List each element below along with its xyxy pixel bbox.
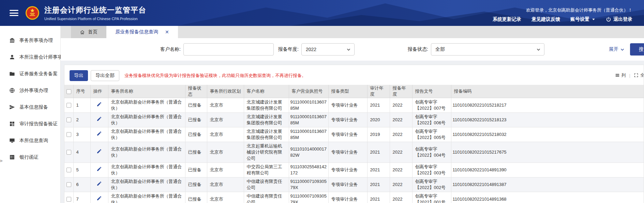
code-cell: 1101010820221015218123 bbox=[451, 112, 644, 127]
table-row: 7 北京创高助新会计师事务所（普通合伙） 已报备 北京市 中信建设有限责任公司 … bbox=[64, 192, 644, 203]
firm-cell: 北京创高助新会计师事务所（普通合伙） bbox=[108, 112, 185, 127]
edit-pencil-icon[interactable] bbox=[96, 131, 102, 136]
filing-year-select[interactable]: 2022 bbox=[301, 43, 355, 56]
expand-toggle[interactable]: 展开 bbox=[609, 46, 625, 52]
edit-pencil-icon[interactable] bbox=[96, 196, 102, 201]
row-checkbox[interactable] bbox=[66, 118, 71, 122]
op-cell bbox=[90, 177, 108, 192]
link-feedback[interactable]: 意见建议反馈 bbox=[531, 16, 560, 22]
license-cell: 91110000710930579X bbox=[289, 177, 328, 192]
code-cell: 1101010820221014891368 bbox=[451, 192, 644, 203]
sidebar-item[interactable]: 本所注册会计师事项... bbox=[0, 49, 60, 65]
tabbar: 首页 原业务报备信息查询 ✕ bbox=[61, 26, 644, 38]
firm-cell: 北京创高助新会计师事务所（普通合伙） bbox=[108, 98, 185, 112]
row-checkbox[interactable] bbox=[66, 168, 71, 172]
sidebar-item[interactable]: 证券服务业务备案 bbox=[0, 65, 60, 82]
col-select bbox=[64, 85, 73, 98]
region-cell: 北京市 bbox=[207, 192, 244, 203]
hamburger-menu-icon[interactable] bbox=[10, 9, 18, 18]
col-status: 报备状态 bbox=[185, 85, 207, 98]
audit-year-cell: 2021 bbox=[367, 142, 390, 162]
welcome-text: 欢迎登录，北京创高助新会计师事务所（普通合伙）！ bbox=[526, 7, 632, 13]
firm-cell: 北京创高助新会计师事务所（普通合伙） bbox=[108, 162, 185, 177]
search-button[interactable]: 搜索 bbox=[630, 43, 644, 56]
sidebar-item[interactable]: 涉外事项办理 bbox=[0, 82, 60, 99]
audit-year-cell: 2020 bbox=[367, 112, 390, 127]
row-select-cell bbox=[64, 162, 73, 177]
sidebar-item[interactable]: 本所信息查询 bbox=[0, 132, 60, 149]
region-cell: 北京市 bbox=[207, 162, 244, 177]
data-table: 序号 操作 事务所名称 报备状态 事务所行政区划 客户名称 客户营业执照号 报备… bbox=[64, 85, 644, 203]
fullscreen-tool[interactable]: 全屏 bbox=[634, 72, 644, 78]
close-icon[interactable]: ✕ bbox=[165, 29, 169, 35]
doc-no-cell: 创高专审字【2022】002号 bbox=[412, 177, 451, 192]
edit-pencil-icon[interactable] bbox=[96, 149, 102, 154]
seq-cell: 6 bbox=[73, 177, 90, 192]
chevron-down-icon bbox=[536, 47, 541, 52]
sidebar-item[interactable]: 基本信息报备 bbox=[0, 99, 60, 115]
license-cell: 91110000101360785M bbox=[289, 98, 328, 112]
seq-cell: 5 bbox=[73, 162, 90, 177]
edit-pencil-icon[interactable] bbox=[96, 166, 102, 172]
filing-year-cell: 2022 bbox=[390, 177, 412, 192]
link-logout[interactable]: 退出登录 bbox=[606, 16, 632, 22]
columns-tool[interactable]: 列 bbox=[615, 72, 626, 78]
link-system-updates[interactable]: 系统更新记录 bbox=[493, 16, 521, 22]
edit-pencil-icon[interactable] bbox=[96, 116, 102, 122]
status-cell: 已报备 bbox=[185, 112, 207, 127]
code-cell: 1101010820221015217675 bbox=[451, 142, 644, 162]
row-checkbox[interactable] bbox=[66, 197, 71, 202]
sidebar-item[interactable]: 审计报告报备验证 bbox=[0, 115, 60, 132]
sidebar-item[interactable]: 银行函证 bbox=[0, 149, 60, 166]
sidebar-collapse-handle[interactable]: ▶ bbox=[0, 159, 3, 162]
row-checkbox[interactable] bbox=[66, 150, 71, 155]
row-checkbox[interactable] bbox=[66, 103, 71, 108]
firm-cell: 北京创高助新会计师事务所（普通合伙） bbox=[108, 177, 185, 192]
client-cell: 中信建设有限责任公司 bbox=[244, 177, 289, 192]
grid-icon bbox=[9, 121, 15, 127]
type-cell: 专项审计业务 bbox=[328, 142, 367, 162]
table-row: 4 北京创高助新会计师事务所（普通合伙） 已报备 北京市 北京起重机运输机械设计… bbox=[64, 142, 644, 162]
filing-status-select[interactable]: 全部 bbox=[431, 43, 544, 56]
notice-text: 业务报备模块优化升级为审计报告报备验证模块，此功能只做历史数据查询，不再进行报备… bbox=[124, 73, 306, 79]
row-checkbox[interactable] bbox=[66, 132, 71, 137]
edit-pencil-icon[interactable] bbox=[96, 102, 102, 107]
tab-home[interactable]: 首页 bbox=[71, 26, 106, 38]
type-cell: 专项审计业务 bbox=[328, 98, 367, 112]
sidebar-item-label: 本所注册会计师事项... bbox=[19, 54, 66, 60]
tab-current[interactable]: 原业务报备信息查询 ✕ bbox=[106, 26, 178, 38]
filing-year-cell: 2022 bbox=[390, 98, 412, 112]
table-row: 2 北京创高助新会计师事务所（普通合伙） 已报备 北京市 北京城建设计发展集团股… bbox=[64, 112, 644, 127]
chevron-down-icon bbox=[346, 47, 351, 52]
tab-current-label: 原业务报备信息查询 bbox=[115, 29, 158, 35]
doc-no-cell: 创高专审字【2022】003号 bbox=[412, 162, 451, 177]
op-cell bbox=[90, 98, 108, 112]
table-header-row: 序号 操作 事务所名称 报备状态 事务所行政区划 客户名称 客户营业执照号 报备… bbox=[64, 85, 644, 98]
audit-year-cell: 2021 bbox=[367, 192, 390, 203]
license-cell: 91110101400001782W bbox=[289, 142, 328, 162]
select-all-checkbox[interactable] bbox=[66, 89, 71, 94]
user-icon bbox=[9, 54, 15, 60]
table-toolbar: 导出 导出全部 业务报备模块优化升级为审计报告报备验证模块，此功能只做历史数据查… bbox=[64, 65, 644, 85]
status-cell: 已报备 bbox=[185, 142, 207, 162]
edit-pencil-icon[interactable] bbox=[96, 181, 102, 186]
link-account-settings[interactable]: 账号设置 bbox=[570, 16, 596, 22]
type-cell: 专项审计业务 bbox=[328, 177, 367, 192]
table-panel: 导出 导出全部 业务报备模块优化升级为审计报告报备验证模块，此功能只做历史数据查… bbox=[64, 65, 644, 203]
type-cell: 专项审计业务 bbox=[328, 162, 367, 177]
power-icon bbox=[606, 17, 611, 22]
tab-home-label: 首页 bbox=[88, 29, 98, 35]
client-cell: 北京城建设计发展集团股份有限公司 bbox=[244, 98, 289, 112]
seq-cell: 2 bbox=[73, 112, 90, 127]
platform-subtitle: Unified Supervision Platform of Chinese … bbox=[44, 17, 146, 21]
sidebar-item[interactable]: 事务所事项办理 bbox=[0, 32, 60, 49]
client-cell: 北京城建设计发展集团股份有限公司 bbox=[244, 127, 289, 142]
filing-year-cell: 2022 bbox=[390, 162, 412, 177]
export-button[interactable]: 导出 bbox=[70, 70, 88, 81]
region-cell: 北京市 bbox=[207, 127, 244, 142]
export-all-button[interactable]: 导出全部 bbox=[91, 70, 119, 81]
row-checkbox[interactable] bbox=[66, 182, 71, 187]
col-client: 客户名称 bbox=[244, 85, 289, 98]
col-filing-year: 报备年度 bbox=[390, 85, 412, 98]
content-area: 首页 原业务报备信息查询 ✕ 客户名称: 报备年度: 2022 bbox=[61, 26, 644, 203]
